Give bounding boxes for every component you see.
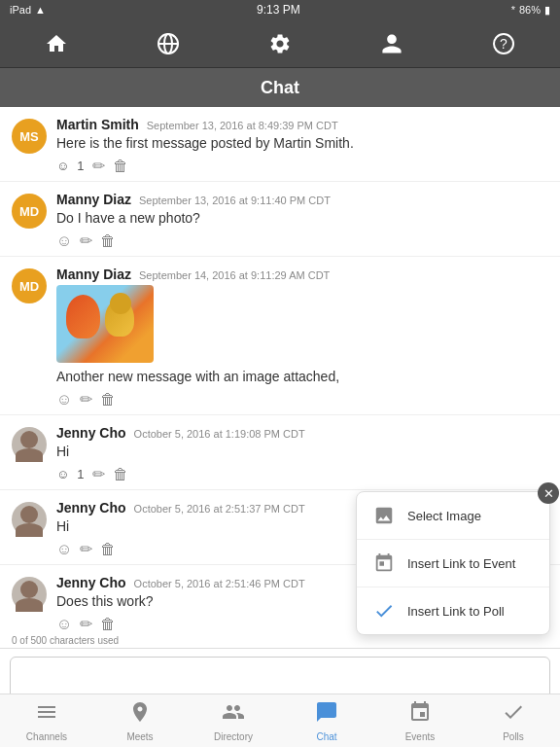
delete-icon[interactable]: 🗑 (100, 391, 116, 409)
message-time: October 5, 2016 at 2:51:46 PM CDT (134, 578, 305, 589)
tab-label-directory: Directory (214, 731, 253, 742)
status-left: iPad ▲ (10, 4, 46, 16)
tab-icon-chat (315, 700, 338, 729)
message-time: October 5, 2016 at 1:19:08 PM CDT (134, 428, 305, 440)
edit-icon[interactable]: ✏ (92, 465, 105, 483)
message-time: September 13, 2016 at 8:49:39 PM CDT (147, 120, 338, 131)
battery-level: 86% (519, 4, 541, 16)
settings-nav-button[interactable] (261, 24, 299, 63)
message-header: Jenny Cho October 5, 2016 at 1:19:08 PM … (56, 425, 548, 441)
edit-icon[interactable]: ✏ (80, 540, 92, 558)
message-actions: ☺ 1 ✏ 🗑 (56, 463, 548, 485)
edit-icon[interactable]: ✏ (92, 157, 105, 175)
message-item: MD Manny Diaz September 13, 2016 at 9:11… (0, 182, 560, 257)
message-header: Manny Diaz September 14, 2016 at 9:11:29… (56, 267, 548, 282)
avatar: MD (12, 268, 47, 303)
select-image-label: Select Image (407, 509, 481, 523)
message-header: Manny Diaz September 13, 2016 at 9:11:40… (56, 192, 548, 207)
tab-bar: Channels Meets Directory Chat Events Pol… (0, 694, 560, 747)
globe-nav-button[interactable] (149, 24, 188, 63)
avatar (12, 502, 47, 537)
sender-name: Manny Diaz (56, 192, 131, 207)
help-nav-button[interactable]: ? (484, 24, 523, 63)
avatar (12, 577, 47, 612)
edit-icon[interactable]: ✏ (80, 615, 92, 633)
bluetooth-icon: * (511, 4, 515, 16)
message-body: Jenny Cho October 5, 2016 at 1:19:08 PM … (56, 425, 548, 485)
sender-name: Jenny Cho (56, 500, 126, 516)
tab-label-events: Events (405, 731, 436, 742)
message-image (56, 285, 154, 363)
message-item: MS Martin Smith September 13, 2016 at 8:… (0, 107, 560, 182)
battery-icon: ▮ (544, 4, 550, 17)
tab-events[interactable]: Events (373, 694, 467, 747)
popup-close-button[interactable]: ✕ (538, 482, 559, 504)
sender-name: Martin Smith (56, 117, 139, 132)
edit-icon[interactable]: ✏ (80, 231, 92, 250)
tab-icon-polls (502, 700, 525, 729)
message-header: Martin Smith September 13, 2016 at 8:49:… (56, 117, 548, 132)
page-title: Chat (0, 68, 560, 107)
status-time: 9:13 PM (257, 3, 300, 17)
home-nav-button[interactable] (37, 24, 76, 63)
message-body: Martin Smith September 13, 2016 at 8:49:… (56, 117, 548, 177)
message-time: October 5, 2016 at 2:51:37 PM CDT (134, 503, 305, 515)
message-item: MD Manny Diaz September 14, 2016 at 9:11… (0, 257, 560, 415)
tab-label-polls: Polls (503, 731, 524, 742)
message-text: Another new message with an image attach… (56, 369, 548, 384)
reaction-emoji[interactable]: ☺ (56, 467, 69, 481)
poll-icon (370, 597, 398, 624)
tab-icon-events (408, 700, 432, 729)
tab-meets[interactable]: Meets (93, 694, 187, 747)
tab-icon-directory (222, 700, 245, 729)
message-item: Jenny Cho October 5, 2016 at 1:19:08 PM … (0, 415, 560, 490)
image-icon (370, 502, 398, 529)
char-count: 0 of 500 characters used (0, 635, 560, 648)
tab-channels[interactable]: Channels (0, 694, 93, 747)
delete-icon[interactable]: 🗑 (100, 232, 116, 250)
profile-nav-button[interactable] (372, 24, 411, 63)
sender-name: Jenny Cho (56, 575, 126, 590)
message-text: Hi (56, 444, 548, 459)
select-image-option[interactable]: Select Image (357, 492, 549, 540)
insert-event-option[interactable]: Insert Link to Event (357, 540, 549, 587)
chat-input[interactable] (10, 657, 550, 699)
message-actions: ☺ 1 ✏ 🗑 (56, 155, 548, 177)
message-body: Manny Diaz September 14, 2016 at 9:11:29… (56, 267, 548, 410)
tab-label-chat: Chat (316, 731, 336, 742)
message-text: Here is the first message posted by Mart… (56, 135, 548, 151)
reaction-emoji[interactable]: ☺ (56, 391, 72, 409)
avatar (12, 427, 47, 462)
reaction-emoji[interactable]: ☺ (56, 616, 72, 633)
nav-bar: ? (0, 19, 560, 68)
reaction-emoji[interactable]: ☺ (56, 159, 69, 173)
delete-icon[interactable]: 🗑 (100, 616, 116, 633)
tab-icon-channels (35, 700, 58, 729)
tab-directory[interactable]: Directory (187, 694, 280, 747)
avatar: MS (12, 119, 47, 154)
svg-text:?: ? (500, 36, 508, 52)
tab-polls[interactable]: Polls (467, 694, 560, 747)
message-body: Manny Diaz September 13, 2016 at 9:11:40… (56, 192, 548, 252)
status-ipad: iPad (10, 4, 31, 16)
message-text: Do I have a new photo? (56, 210, 548, 226)
message-time: September 14, 2016 at 9:11:29 AM CDT (139, 269, 330, 281)
delete-icon[interactable]: 🗑 (113, 158, 128, 175)
message-actions: ☺ ✏ 🗑 (56, 230, 548, 252)
tab-label-meets: Meets (126, 731, 153, 742)
delete-icon[interactable]: 🗑 (113, 466, 128, 483)
reaction-count: 1 (77, 159, 84, 173)
edit-icon[interactable]: ✏ (80, 390, 92, 409)
sender-name: Manny Diaz (56, 267, 131, 282)
insert-event-label: Insert Link to Event (407, 556, 515, 571)
insert-poll-label: Insert Link to Poll (407, 604, 505, 619)
reaction-emoji[interactable]: ☺ (56, 541, 72, 558)
attachment-popup: ✕ Select Image Insert Link to Event Inse… (356, 491, 550, 635)
wifi-icon: ▲ (35, 4, 46, 16)
status-bar: iPad ▲ 9:13 PM * 86% ▮ (0, 0, 560, 19)
reaction-emoji[interactable]: ☺ (56, 232, 72, 250)
insert-poll-option[interactable]: Insert Link to Poll (357, 587, 549, 634)
delete-icon[interactable]: 🗑 (100, 541, 116, 558)
tab-chat[interactable]: Chat (280, 694, 373, 747)
reaction-count: 1 (77, 467, 84, 481)
